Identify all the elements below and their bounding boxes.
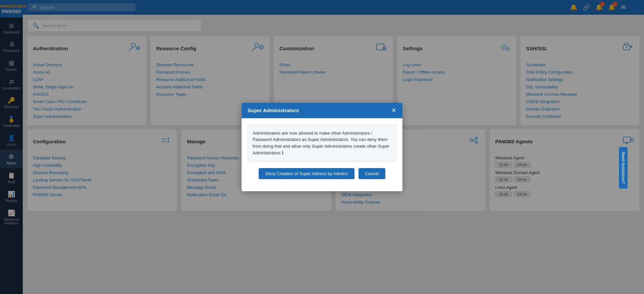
modal-footer: Deny Creation of Super Admins by Admins … xyxy=(248,168,396,185)
modal-close-button[interactable]: ✕ xyxy=(391,107,396,114)
info-icon[interactable]: ℹ xyxy=(282,150,283,155)
modal-title: Super Administrators xyxy=(248,107,299,113)
modal-header: Super Administrators ✕ xyxy=(242,103,402,118)
modal-body: Administrators are now allowed to make o… xyxy=(242,118,402,192)
cancel-button[interactable]: Cancel xyxy=(359,168,385,179)
deny-creation-button[interactable]: Deny Creation of Super Admins by Admins xyxy=(259,168,355,179)
need-assistance-button[interactable]: Need Assistance? xyxy=(619,147,628,189)
modal-body-text: Administrators are now allowed to make o… xyxy=(248,125,396,162)
modal-overlay[interactable]: Super Administrators ✕ Administrators ar… xyxy=(0,0,644,294)
super-admins-modal: Super Administrators ✕ Administrators ar… xyxy=(242,103,402,192)
